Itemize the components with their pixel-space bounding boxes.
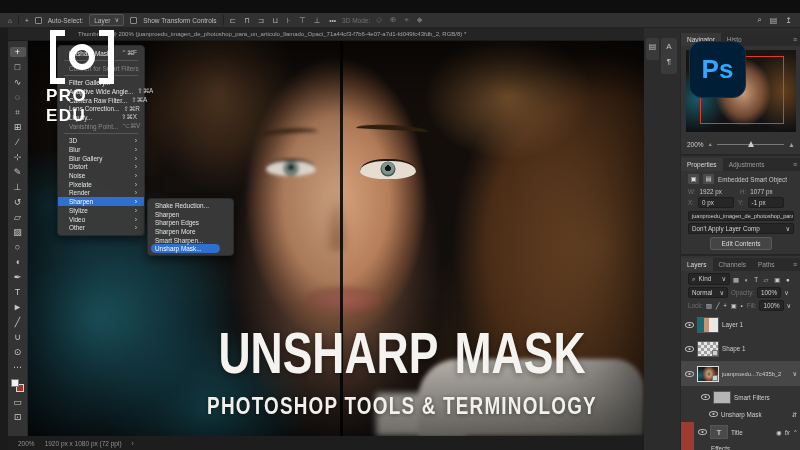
- menu-item-stylize[interactable]: Stylize ›: [58, 206, 144, 215]
- layer-name[interactable]: Shape 1: [722, 345, 745, 352]
- filter-mask-thumbnail[interactable]: [713, 391, 731, 404]
- lock-icons[interactable]: ▨ ╱ + ▣ ▪: [706, 302, 744, 309]
- menu-item-pixelate[interactable]: Pixelate ›: [58, 180, 144, 189]
- eyedropper-tool[interactable]: ∕: [10, 137, 26, 147]
- submenu-item-shake-reduction[interactable]: Shake Reduction...: [148, 201, 233, 210]
- blur-tool[interactable]: ○: [10, 242, 26, 252]
- marquee-tool[interactable]: □: [10, 62, 26, 72]
- menu-item-distort[interactable]: Distort ›: [58, 163, 144, 172]
- fill-field[interactable]: 100%: [759, 300, 783, 311]
- layer-name[interactable]: Title: [731, 429, 743, 436]
- submenu-item-sharpen[interactable]: Sharpen: [148, 210, 233, 219]
- y-position-field[interactable]: -1 px: [748, 197, 784, 208]
- menu-item-blur[interactable]: Blur ›: [58, 145, 144, 154]
- tab-layers[interactable]: Layers: [681, 258, 713, 271]
- gradient-tool[interactable]: ▨: [10, 227, 26, 237]
- more-options-icon[interactable]: •••: [329, 17, 336, 24]
- menu-item-sharpen[interactable]: Sharpen ›: [58, 197, 144, 206]
- collapsed-libraries-panel[interactable]: ▤: [646, 38, 659, 60]
- tab-adjustments[interactable]: Adjustments: [723, 158, 771, 171]
- screen-mode-button[interactable]: ⊡: [10, 412, 26, 422]
- fx-icon[interactable]: fx: [785, 429, 790, 436]
- menu-item-other[interactable]: Other ›: [58, 223, 144, 232]
- align-icons[interactable]: ⊏ ⊓ ⊐ ⊔: [230, 16, 282, 25]
- layer-thumbnail[interactable]: [697, 366, 719, 382]
- layer-filter-type-icons[interactable]: ▦ ◐ T ▱ ▣ ●: [733, 276, 792, 283]
- effects-visibility-icon[interactable]: ◉: [776, 429, 782, 436]
- move-tool[interactable]: +: [10, 47, 26, 57]
- smart-object-name-field[interactable]: juanproedu_imagen_de_photoshop_para_un_a…: [688, 211, 794, 221]
- paragraph-panel-icon[interactable]: ¶: [667, 57, 671, 66]
- tab-paths[interactable]: Paths: [752, 258, 781, 271]
- collapsed-type-panels[interactable]: A ¶: [661, 38, 677, 74]
- zoom-in-icon[interactable]: ▲: [788, 141, 795, 148]
- quick-selection-tool[interactable]: ◌: [10, 92, 26, 102]
- submenu-item-sharpen-edges[interactable]: Sharpen Edges: [148, 218, 233, 227]
- tab-properties[interactable]: Properties: [681, 158, 723, 171]
- panel-menu-icon[interactable]: ≡: [793, 158, 800, 171]
- layer-row-effects[interactable]: Effects: [681, 443, 800, 450]
- collapse-effects-icon[interactable]: ⌃: [793, 429, 800, 436]
- filter-blend-options-icon[interactable]: ⇵: [792, 411, 800, 418]
- visibility-eye-icon[interactable]: [698, 429, 707, 435]
- layer-row-unsharp-mask-filter[interactable]: Unsharp Mask ⇵: [681, 408, 800, 420]
- search-icon[interactable]: ⌕: [757, 15, 761, 25]
- layer-row-title[interactable]: T Title ◉ fx ⌃: [681, 422, 800, 442]
- layer-row-smart-object-selected[interactable]: juanproedu...7c435b_2 ∨: [681, 361, 800, 386]
- visibility-eye-icon[interactable]: [685, 322, 694, 328]
- panel-menu-icon[interactable]: ≡: [793, 258, 800, 271]
- frame-tool[interactable]: ⊞: [10, 122, 26, 132]
- auto-select-checkbox[interactable]: [35, 17, 42, 24]
- crop-tool[interactable]: ⌗: [10, 107, 26, 117]
- navigator-zoom-value[interactable]: 200%: [687, 141, 704, 148]
- layer-name[interactable]: Layer 1: [722, 321, 743, 328]
- layer-name[interactable]: juanproedu...7c435b_2: [722, 371, 781, 377]
- auto-select-target-dropdown[interactable]: Layer ∨: [89, 14, 124, 26]
- status-chevron-icon[interactable]: ›: [132, 440, 134, 447]
- clone-stamp-tool[interactable]: ⊥: [10, 182, 26, 192]
- brush-tool[interactable]: ✎: [10, 167, 26, 177]
- blend-mode-dropdown[interactable]: Normal ∨: [688, 287, 728, 298]
- visibility-eye-icon[interactable]: [709, 411, 718, 417]
- hand-tool[interactable]: ∪: [10, 332, 26, 342]
- eraser-tool[interactable]: ▱: [10, 212, 26, 222]
- smart-filter-toggle-icon[interactable]: ∨: [792, 370, 800, 377]
- menu-item-blur-gallery[interactable]: Blur Gallery ›: [58, 154, 144, 163]
- path-selection-tool[interactable]: ►: [10, 302, 26, 312]
- panel-menu-icon[interactable]: ≡: [793, 33, 800, 46]
- edit-toolbar-icon[interactable]: ⋯: [10, 362, 26, 372]
- zoom-level-field[interactable]: 200%: [18, 440, 35, 447]
- chevron-down-icon[interactable]: ∨: [784, 289, 789, 296]
- foreground-color-swatch[interactable]: [11, 379, 19, 387]
- zoom-out-icon[interactable]: ▲: [708, 141, 713, 147]
- submenu-item-sharpen-more[interactable]: Sharpen More: [148, 227, 233, 236]
- filter-name[interactable]: Unsharp Mask: [721, 411, 762, 418]
- x-position-field[interactable]: 0 px: [698, 197, 734, 208]
- submenu-item-smart-sharpen[interactable]: Smart Sharpen...: [148, 236, 233, 245]
- zoom-tool[interactable]: ⊙: [10, 347, 26, 357]
- chevron-down-icon[interactable]: ∨: [787, 302, 792, 309]
- healing-brush-tool[interactable]: ⊹: [10, 152, 26, 162]
- shape-tool[interactable]: ╱: [10, 317, 26, 327]
- lasso-tool[interactable]: ∿: [10, 77, 26, 87]
- layer-filter-dropdown[interactable]: ⌕ Kind ∨: [688, 273, 730, 285]
- move-tool-icon[interactable]: +: [25, 17, 29, 24]
- quick-mask-button[interactable]: ▭: [10, 397, 26, 407]
- show-transform-checkbox[interactable]: [130, 17, 137, 24]
- opacity-field[interactable]: 100%: [757, 287, 781, 298]
- distribute-icons[interactable]: ⊦ ⊤ ⊥: [287, 16, 323, 25]
- menu-item-3d[interactable]: 3D ›: [58, 137, 144, 146]
- layer-row-shape1[interactable]: Shape 1: [681, 337, 800, 360]
- share-icon[interactable]: ↥: [785, 16, 792, 25]
- visibility-eye-icon[interactable]: [701, 394, 710, 400]
- color-swatches[interactable]: [11, 379, 24, 392]
- workspace-icon[interactable]: ▤: [770, 16, 778, 25]
- pen-tool[interactable]: ✒: [10, 272, 26, 282]
- menu-item-video[interactable]: Video ›: [58, 215, 144, 224]
- tab-channels[interactable]: Channels: [713, 258, 752, 271]
- character-panel-icon[interactable]: A: [666, 42, 671, 51]
- dodge-tool[interactable]: ◖: [10, 257, 26, 267]
- layer-comp-dropdown[interactable]: Don't Apply Layer Comp ∨: [688, 223, 794, 234]
- layer-row-layer1[interactable]: Layer 1: [681, 313, 800, 336]
- layer-thumbnail[interactable]: [697, 317, 719, 333]
